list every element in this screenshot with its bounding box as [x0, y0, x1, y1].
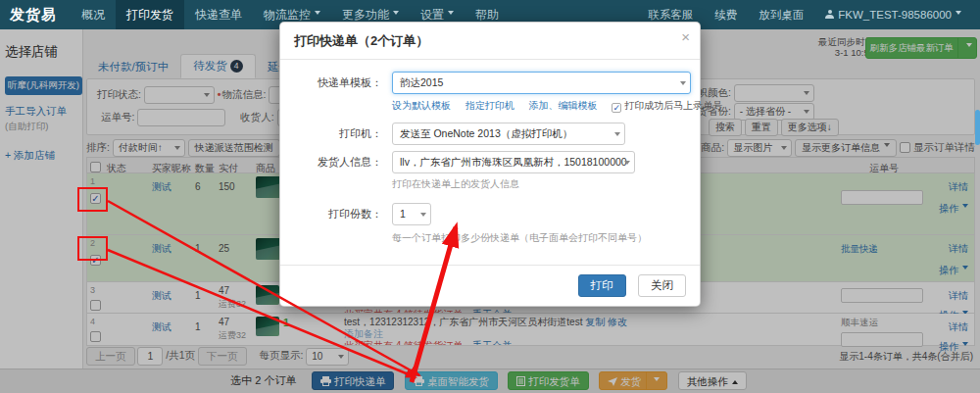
printer-label: 打印机： — [294, 123, 392, 145]
chevron-down-icon — [956, 11, 961, 18]
nav-item-express-query[interactable]: 快递查单 — [184, 0, 253, 29]
chevron-down-icon — [420, 213, 426, 220]
copies-select[interactable]: 1 — [392, 203, 431, 225]
nav-item-print-ship[interactable]: 打印发货 — [116, 0, 184, 29]
nav-item-renew[interactable]: 续费 — [704, 0, 748, 29]
account-menu[interactable]: FKW_TEST-98586000 — [814, 0, 972, 29]
assign-printer-link[interactable]: 指定打印机 — [466, 100, 514, 111]
template-label: 快递单模板： — [294, 72, 392, 123]
copies-help-text: 每一个订单打印多少份快递单（电子面单会打印不同单号） — [392, 231, 686, 245]
sender-select[interactable]: llv，广东省广州市海珠区凤凰新村，15018100000 — [392, 151, 635, 173]
chevron-down-icon — [624, 161, 630, 168]
upload-after-print-label: 打印成功后马上录单号 — [624, 100, 722, 111]
set-default-template-link[interactable]: 设为默认模板 — [392, 100, 451, 111]
print-express-modal: 打印快递单（2个订单） × 快递单模板： 韵达2015 设为默认模板 指定打印机… — [279, 22, 701, 307]
modal-title: 打印快递单（2个订单） — [294, 33, 428, 48]
copies-label: 打印份数： — [294, 203, 392, 257]
sender-label: 发货人信息： — [294, 151, 392, 203]
sender-help-text: 打印在快递单上的发货人信息 — [392, 177, 686, 191]
print-button[interactable]: 打印 — [578, 274, 626, 297]
user-icon — [825, 10, 834, 19]
nav-item-pin-desktop[interactable]: 放到桌面 — [748, 0, 814, 29]
chevron-down-icon — [448, 11, 454, 18]
chevron-down-icon — [680, 81, 686, 88]
close-button[interactable]: 关闭 — [638, 274, 686, 297]
template-select[interactable]: 韵达2015 — [392, 72, 691, 94]
upload-after-print-checkbox[interactable] — [612, 103, 621, 113]
nav-item-overview[interactable]: 概况 — [71, 0, 116, 29]
printer-select[interactable]: 发送至 OneNote 2013（虚拟打印机） — [392, 123, 625, 145]
chevron-down-icon — [315, 11, 320, 18]
close-icon[interactable]: × — [681, 29, 690, 44]
scrollbar-thumb[interactable] — [975, 110, 980, 145]
chevron-down-icon — [393, 11, 399, 18]
app-logo[interactable]: 发货易 — [0, 0, 71, 29]
chevron-down-icon — [614, 132, 620, 139]
edit-template-link[interactable]: 添加、编辑模板 — [529, 100, 598, 111]
